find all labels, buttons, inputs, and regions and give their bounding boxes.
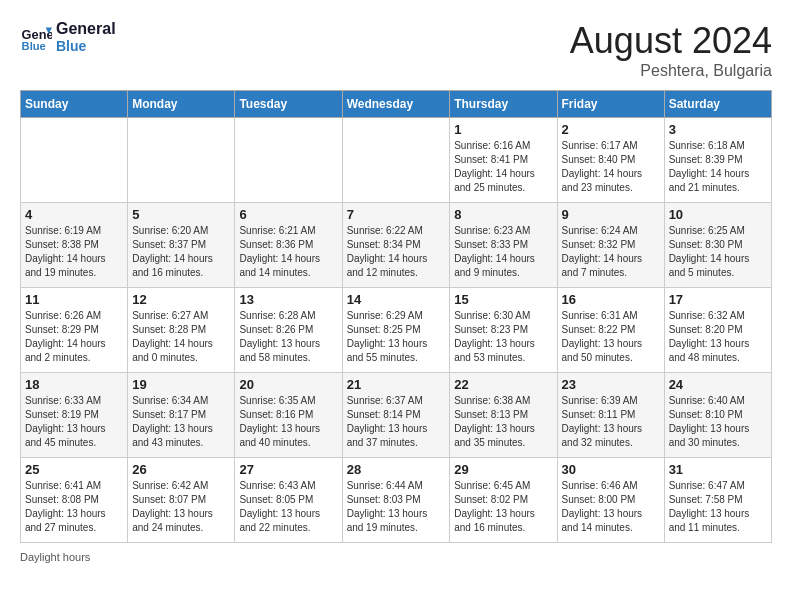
header: General Blue General Blue August 2024 Pe… — [20, 20, 772, 80]
day-number: 27 — [239, 462, 337, 477]
day-number: 4 — [25, 207, 123, 222]
day-number: 24 — [669, 377, 767, 392]
day-number: 14 — [347, 292, 446, 307]
logo-blue: Blue — [56, 38, 116, 54]
calendar-cell: 11Sunrise: 6:26 AMSunset: 8:29 PMDayligh… — [21, 288, 128, 373]
day-number: 5 — [132, 207, 230, 222]
day-number: 8 — [454, 207, 552, 222]
calendar-header-row: SundayMondayTuesdayWednesdayThursdayFrid… — [21, 91, 772, 118]
day-number: 7 — [347, 207, 446, 222]
day-info: Sunrise: 6:18 AMSunset: 8:39 PMDaylight:… — [669, 139, 767, 195]
calendar-cell: 16Sunrise: 6:31 AMSunset: 8:22 PMDayligh… — [557, 288, 664, 373]
calendar-table: SundayMondayTuesdayWednesdayThursdayFrid… — [20, 90, 772, 543]
footer-note: Daylight hours — [20, 551, 772, 563]
calendar-cell: 27Sunrise: 6:43 AMSunset: 8:05 PMDayligh… — [235, 458, 342, 543]
day-number: 29 — [454, 462, 552, 477]
day-number: 3 — [669, 122, 767, 137]
day-header-thursday: Thursday — [450, 91, 557, 118]
day-header-sunday: Sunday — [21, 91, 128, 118]
day-info: Sunrise: 6:23 AMSunset: 8:33 PMDaylight:… — [454, 224, 552, 280]
day-number: 1 — [454, 122, 552, 137]
day-info: Sunrise: 6:43 AMSunset: 8:05 PMDaylight:… — [239, 479, 337, 535]
day-number: 25 — [25, 462, 123, 477]
calendar-cell: 13Sunrise: 6:28 AMSunset: 8:26 PMDayligh… — [235, 288, 342, 373]
day-header-wednesday: Wednesday — [342, 91, 450, 118]
location-subtitle: Peshtera, Bulgaria — [570, 62, 772, 80]
day-header-tuesday: Tuesday — [235, 91, 342, 118]
calendar-cell: 30Sunrise: 6:46 AMSunset: 8:00 PMDayligh… — [557, 458, 664, 543]
calendar-week-row: 1Sunrise: 6:16 AMSunset: 8:41 PMDaylight… — [21, 118, 772, 203]
day-info: Sunrise: 6:39 AMSunset: 8:11 PMDaylight:… — [562, 394, 660, 450]
logo-text-block: General Blue — [56, 20, 116, 54]
calendar-cell: 9Sunrise: 6:24 AMSunset: 8:32 PMDaylight… — [557, 203, 664, 288]
day-info: Sunrise: 6:45 AMSunset: 8:02 PMDaylight:… — [454, 479, 552, 535]
logo-icon: General Blue — [20, 21, 52, 53]
calendar-cell: 7Sunrise: 6:22 AMSunset: 8:34 PMDaylight… — [342, 203, 450, 288]
day-info: Sunrise: 6:28 AMSunset: 8:26 PMDaylight:… — [239, 309, 337, 365]
calendar-cell: 10Sunrise: 6:25 AMSunset: 8:30 PMDayligh… — [664, 203, 771, 288]
day-info: Sunrise: 6:26 AMSunset: 8:29 PMDaylight:… — [25, 309, 123, 365]
day-number: 16 — [562, 292, 660, 307]
calendar-week-row: 18Sunrise: 6:33 AMSunset: 8:19 PMDayligh… — [21, 373, 772, 458]
calendar-cell: 18Sunrise: 6:33 AMSunset: 8:19 PMDayligh… — [21, 373, 128, 458]
calendar-cell: 5Sunrise: 6:20 AMSunset: 8:37 PMDaylight… — [128, 203, 235, 288]
day-info: Sunrise: 6:34 AMSunset: 8:17 PMDaylight:… — [132, 394, 230, 450]
day-info: Sunrise: 6:19 AMSunset: 8:38 PMDaylight:… — [25, 224, 123, 280]
calendar-cell: 24Sunrise: 6:40 AMSunset: 8:10 PMDayligh… — [664, 373, 771, 458]
calendar-cell: 26Sunrise: 6:42 AMSunset: 8:07 PMDayligh… — [128, 458, 235, 543]
logo-general: General — [56, 20, 116, 38]
calendar-cell: 23Sunrise: 6:39 AMSunset: 8:11 PMDayligh… — [557, 373, 664, 458]
day-number: 23 — [562, 377, 660, 392]
day-info: Sunrise: 6:31 AMSunset: 8:22 PMDaylight:… — [562, 309, 660, 365]
calendar-cell: 25Sunrise: 6:41 AMSunset: 8:08 PMDayligh… — [21, 458, 128, 543]
day-info: Sunrise: 6:17 AMSunset: 8:40 PMDaylight:… — [562, 139, 660, 195]
title-area: August 2024 Peshtera, Bulgaria — [570, 20, 772, 80]
day-number: 15 — [454, 292, 552, 307]
calendar-cell: 2Sunrise: 6:17 AMSunset: 8:40 PMDaylight… — [557, 118, 664, 203]
day-number: 2 — [562, 122, 660, 137]
calendar-cell: 14Sunrise: 6:29 AMSunset: 8:25 PMDayligh… — [342, 288, 450, 373]
day-number: 18 — [25, 377, 123, 392]
day-info: Sunrise: 6:38 AMSunset: 8:13 PMDaylight:… — [454, 394, 552, 450]
day-header-monday: Monday — [128, 91, 235, 118]
day-number: 13 — [239, 292, 337, 307]
calendar-cell: 15Sunrise: 6:30 AMSunset: 8:23 PMDayligh… — [450, 288, 557, 373]
calendar-cell: 29Sunrise: 6:45 AMSunset: 8:02 PMDayligh… — [450, 458, 557, 543]
day-number: 19 — [132, 377, 230, 392]
svg-text:Blue: Blue — [22, 40, 46, 52]
day-info: Sunrise: 6:24 AMSunset: 8:32 PMDaylight:… — [562, 224, 660, 280]
day-info: Sunrise: 6:35 AMSunset: 8:16 PMDaylight:… — [239, 394, 337, 450]
day-number: 9 — [562, 207, 660, 222]
day-number: 21 — [347, 377, 446, 392]
calendar-cell: 6Sunrise: 6:21 AMSunset: 8:36 PMDaylight… — [235, 203, 342, 288]
day-info: Sunrise: 6:22 AMSunset: 8:34 PMDaylight:… — [347, 224, 446, 280]
day-info: Sunrise: 6:41 AMSunset: 8:08 PMDaylight:… — [25, 479, 123, 535]
calendar-cell: 20Sunrise: 6:35 AMSunset: 8:16 PMDayligh… — [235, 373, 342, 458]
calendar-cell — [128, 118, 235, 203]
calendar-cell: 28Sunrise: 6:44 AMSunset: 8:03 PMDayligh… — [342, 458, 450, 543]
day-number: 30 — [562, 462, 660, 477]
day-info: Sunrise: 6:21 AMSunset: 8:36 PMDaylight:… — [239, 224, 337, 280]
calendar-cell: 21Sunrise: 6:37 AMSunset: 8:14 PMDayligh… — [342, 373, 450, 458]
day-number: 6 — [239, 207, 337, 222]
day-number: 20 — [239, 377, 337, 392]
day-number: 17 — [669, 292, 767, 307]
calendar-week-row: 11Sunrise: 6:26 AMSunset: 8:29 PMDayligh… — [21, 288, 772, 373]
logo: General Blue General Blue — [20, 20, 116, 54]
day-info: Sunrise: 6:16 AMSunset: 8:41 PMDaylight:… — [454, 139, 552, 195]
day-info: Sunrise: 6:46 AMSunset: 8:00 PMDaylight:… — [562, 479, 660, 535]
calendar-cell — [21, 118, 128, 203]
day-number: 26 — [132, 462, 230, 477]
calendar-cell: 17Sunrise: 6:32 AMSunset: 8:20 PMDayligh… — [664, 288, 771, 373]
day-header-friday: Friday — [557, 91, 664, 118]
day-info: Sunrise: 6:29 AMSunset: 8:25 PMDaylight:… — [347, 309, 446, 365]
day-number: 10 — [669, 207, 767, 222]
calendar-cell: 22Sunrise: 6:38 AMSunset: 8:13 PMDayligh… — [450, 373, 557, 458]
day-number: 11 — [25, 292, 123, 307]
day-info: Sunrise: 6:47 AMSunset: 7:58 PMDaylight:… — [669, 479, 767, 535]
calendar-week-row: 4Sunrise: 6:19 AMSunset: 8:38 PMDaylight… — [21, 203, 772, 288]
calendar-cell: 4Sunrise: 6:19 AMSunset: 8:38 PMDaylight… — [21, 203, 128, 288]
day-info: Sunrise: 6:20 AMSunset: 8:37 PMDaylight:… — [132, 224, 230, 280]
day-info: Sunrise: 6:27 AMSunset: 8:28 PMDaylight:… — [132, 309, 230, 365]
day-number: 28 — [347, 462, 446, 477]
